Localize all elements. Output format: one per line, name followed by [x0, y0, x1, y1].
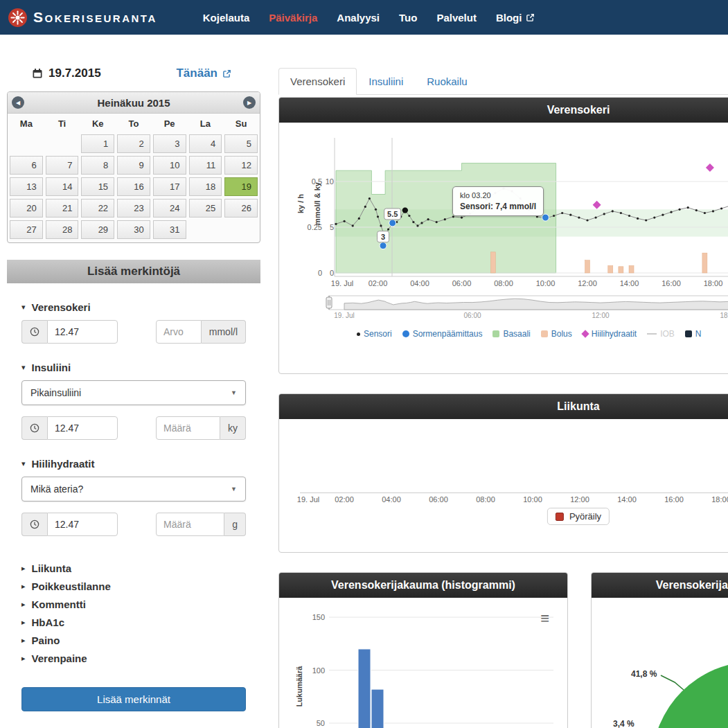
svg-text:12:00: 12:00 [592, 312, 609, 319]
calendar-day[interactable]: 14 [46, 177, 79, 196]
weekday-label: Ma [9, 115, 44, 132]
section-label: Poikkeustilanne [32, 580, 111, 592]
meal-select[interactable]: Mikä ateria? ▼ [21, 477, 246, 501]
legend-item-sormenpaamittaus[interactable]: Sormenpäämittaus [402, 329, 483, 339]
calendar-day[interactable]: 17 [153, 177, 186, 196]
calendar-day[interactable]: 2 [117, 134, 150, 153]
tab-insuliini[interactable]: Insuliini [357, 68, 415, 95]
bg-time-input[interactable] [47, 320, 118, 344]
section-toggle-paino[interactable]: ▸Paino [21, 634, 246, 646]
nav-item-label: Analyysi [337, 12, 380, 24]
section-toggle-verenpaine[interactable]: ▸Verenpaine [21, 652, 246, 664]
calendar-day[interactable]: 13 [10, 177, 43, 196]
nav-item-tuo[interactable]: Tuo [389, 2, 427, 33]
dot-marker-icon [357, 332, 360, 336]
section-label: Hiilihydraatit [32, 458, 95, 470]
caret-down-icon: ▾ [21, 460, 26, 468]
today-link[interactable]: Tänään [176, 66, 231, 80]
exercise-panel: Liikunta 19. Jul02:0004:0006:0008:0010:0… [278, 393, 728, 553]
tab-verensokeri[interactable]: Verensokeri [278, 68, 357, 95]
legend-label: Sormenpäämittaus [413, 329, 483, 339]
carbs-time-input[interactable] [47, 513, 118, 536]
calendar-day[interactable]: 7 [46, 156, 79, 175]
calendar-day[interactable]: 23 [117, 199, 150, 217]
section-toggle-kommentti[interactable]: ▸Kommentti [21, 598, 246, 610]
calendar-day[interactable]: 29 [81, 220, 114, 239]
nav-item-analyysi[interactable]: Analyysi [327, 2, 389, 33]
calendar-day[interactable]: 3 [153, 134, 186, 153]
calendar-day[interactable]: 15 [81, 177, 114, 196]
brand[interactable]: Sokeriseuranta [8, 8, 157, 27]
insulin-time-input[interactable] [47, 416, 118, 440]
axis-tick-label: 14:00 [617, 495, 637, 504]
calendar-day[interactable]: 31 [153, 220, 186, 239]
legend-item-basaali[interactable]: Basaali [492, 329, 530, 339]
calendar-day[interactable]: 21 [46, 199, 79, 217]
insulin-amount-input[interactable] [156, 416, 220, 440]
calendar-day[interactable]: 10 [153, 156, 186, 175]
tab-ruokailu[interactable]: Ruokailu [415, 68, 479, 95]
calendar-day[interactable]: 8 [81, 156, 114, 175]
chart-menu-icon[interactable]: ≡ [540, 613, 549, 624]
legend-item-n[interactable]: N [685, 329, 702, 339]
navigator-handle[interactable] [326, 297, 332, 308]
calendar-day[interactable]: 25 [189, 199, 222, 217]
current-date: 19.7.2015 [48, 66, 101, 80]
exercise-legend[interactable]: Pyöräily [547, 508, 610, 525]
calendar-day[interactable]: 24 [153, 199, 186, 217]
calendar-day[interactable]: 20 [10, 199, 43, 217]
calendar-next-button[interactable]: ▶ [243, 96, 256, 109]
section-toggle-liikunta[interactable]: ▸Liikunta [21, 562, 246, 574]
square-marker-icon [541, 330, 548, 337]
svg-text:18:00: 18:00 [720, 312, 728, 319]
calendar-day[interactable]: 11 [189, 156, 222, 175]
calendar-day[interactable]: 12 [224, 156, 258, 175]
nav-item-palvelut[interactable]: Palvelut [427, 2, 486, 33]
square-marker-icon [492, 330, 499, 337]
legend-item-sensori[interactable]: Sensori [357, 329, 392, 339]
calendar-day[interactable]: 5 [224, 134, 258, 153]
calendar-day[interactable]: 22 [81, 199, 114, 217]
external-link-icon [526, 13, 535, 22]
section-toggle-poikkeustilanne[interactable]: ▸Poikkeustilanne [21, 580, 246, 592]
calendar-day[interactable]: 4 [189, 134, 222, 153]
legend-item-hiilihydraatit[interactable]: Hiilihydraatit [583, 329, 637, 339]
calendar-day[interactable]: 26 [224, 199, 258, 217]
carbs-amount-input[interactable] [156, 513, 224, 536]
calendar-day[interactable]: 19 [224, 177, 258, 196]
nav-item-label: Päiväkirja [269, 12, 317, 24]
tooltip-value: Sensori: 7,4 mmol/l [460, 202, 536, 211]
nav-item-kojelauta[interactable]: Kojelauta [193, 2, 260, 33]
calendar-prev-button[interactable]: ◀ [12, 96, 24, 109]
section-toggle-hiilihydraatit[interactable]: ▾ Hiilihydraatit [21, 458, 246, 470]
calendar-day[interactable]: 6 [10, 156, 43, 175]
section-toggle-hba1c[interactable]: ▸HbA1c [21, 616, 246, 628]
calendar-day[interactable]: 9 [117, 156, 150, 175]
add-entries-button[interactable]: Lisää merkinnät [21, 687, 246, 711]
nav-item-label: Kojelauta [203, 12, 250, 24]
calendar-day[interactable]: 18 [189, 177, 222, 196]
axis-tick-label: 16:00 [664, 495, 684, 504]
axis-tick-label: 10:00 [523, 495, 542, 504]
section-toggle-insuliini[interactable]: ▾ Insuliini [21, 362, 246, 373]
calendar-day[interactable]: 1 [81, 134, 114, 153]
calendar-day[interactable]: 16 [117, 177, 150, 196]
calendar-day[interactable]: 27 [10, 220, 43, 239]
section-label: Liikunta [32, 562, 72, 574]
legend-label: N [695, 329, 702, 339]
calendar-day[interactable]: 30 [117, 220, 150, 239]
nav-item-paivakirja[interactable]: Päiväkirja [259, 2, 327, 33]
histogram-panel: Verensokerijakauma (histogrammi) 1501005… [278, 572, 568, 728]
legend-item-iob[interactable]: IOB [647, 329, 675, 339]
panel-title-histogrammi: Verensokerijakauma (histogrammi) [279, 573, 567, 598]
calendar-day[interactable]: 28 [46, 220, 79, 239]
insulin-type-select[interactable]: Pikainsuliini ▼ [21, 380, 246, 405]
legend-item-bolus[interactable]: Bolus [541, 329, 572, 339]
section-toggle-verensokeri[interactable]: ▾ Verensokeri [21, 301, 246, 313]
brand-logo-icon [8, 8, 27, 27]
sidebar: 19.7.2015 Tänään ◀ Heinäkuu 2015 ▶ MaTiK… [7, 61, 260, 728]
bg-value-input[interactable] [156, 320, 202, 344]
external-link-icon [222, 69, 231, 78]
nav-item-blogi[interactable]: Blogi [486, 2, 545, 33]
caret-right-icon: ▸ [21, 619, 26, 626]
